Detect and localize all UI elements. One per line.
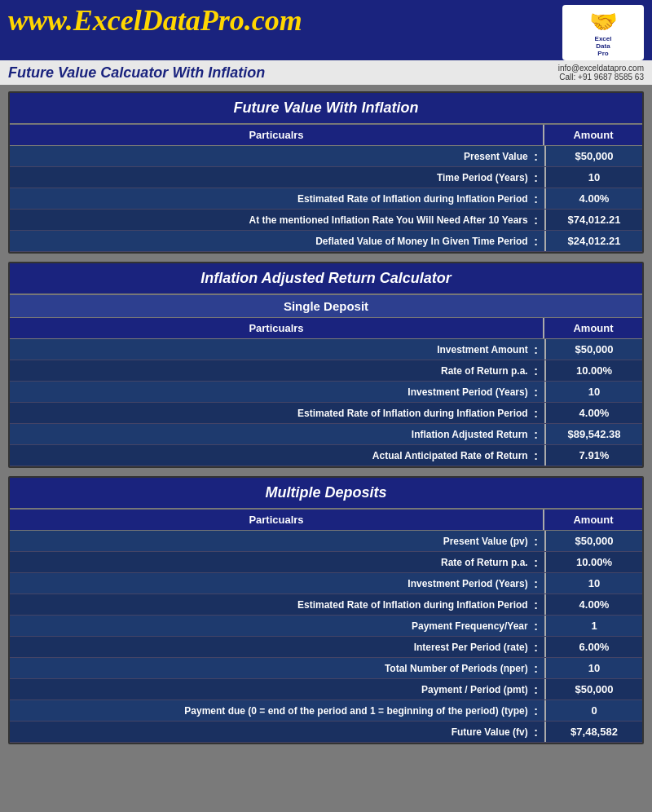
row-label-cell: Future Value (fv) : xyxy=(10,726,544,739)
row-value: $89,542.38 xyxy=(546,425,642,444)
site-title: www.ExcelDataPro.com xyxy=(8,5,302,60)
row-sep: : xyxy=(531,577,541,590)
table-row: Estimated Rate of Inflation during Infla… xyxy=(10,594,642,616)
table-row: Investment Amount : $50,000 xyxy=(10,339,642,360)
table-row: Investment Period (Years) : 10 xyxy=(10,573,642,594)
row-sep: : xyxy=(531,620,541,633)
row-sep: : xyxy=(531,726,541,739)
row-label-cell: Total Number of Periods (nper) : xyxy=(10,662,544,675)
row-value: 10 xyxy=(546,574,642,593)
handshake-icon: 🤝 xyxy=(589,8,618,35)
section-multiple-deposits: Multiple Deposits Particualrs Amount Pre… xyxy=(8,476,644,744)
row-sep: : xyxy=(531,641,541,654)
row-label: At the mentioned Inflation Rate You Will… xyxy=(249,214,528,226)
row-label: Rate of Return p.a. xyxy=(441,365,528,377)
row-label-cell: Payment / Period (pmt) : xyxy=(10,683,544,696)
row-value: 1 xyxy=(546,616,642,635)
row-label-cell: Payment due (0 = end of the period and 1… xyxy=(10,704,544,717)
row-sep: : xyxy=(531,704,541,717)
row-label-cell: Estimated Rate of Inflation during Infla… xyxy=(10,192,544,205)
table-row: Future Value (fv) : $7,48,582 xyxy=(10,722,642,743)
section2-title: Inflation Adjusted Return Calculator xyxy=(10,263,642,295)
table-row: Payment / Period (pmt) : $50,000 xyxy=(10,679,642,700)
section1-title: Future Value With Inflation xyxy=(10,93,642,125)
row-sep: : xyxy=(531,598,541,611)
section3-col-amount: Amount xyxy=(544,510,642,530)
section1-col-amount: Amount xyxy=(544,125,642,145)
row-label-cell: Actual Anticipated Rate of Return : xyxy=(10,449,544,462)
table-row: Total Number of Periods (nper) : 10 xyxy=(10,658,642,679)
row-value: 10 xyxy=(546,659,642,677)
section2-data-rows: Investment Amount : $50,000 Rate of Retu… xyxy=(10,339,642,466)
row-label-cell: Inflation Adjusted Return : xyxy=(10,428,544,441)
row-sep: : xyxy=(531,407,541,420)
table-row: Present Value : $50,000 xyxy=(10,146,642,167)
row-value: 10 xyxy=(546,168,642,187)
row-label: Inflation Adjusted Return xyxy=(412,429,528,440)
row-label-cell: At the mentioned Inflation Rate You Will… xyxy=(10,214,544,227)
row-value: 4.00% xyxy=(546,404,642,422)
section-inflation-adjusted: Inflation Adjusted Return Calculator Sin… xyxy=(8,262,644,468)
row-label-cell: Rate of Return p.a. : xyxy=(10,364,544,377)
section2-table-header: Particualrs Amount xyxy=(10,318,642,339)
row-label: Estimated Rate of Inflation during Infla… xyxy=(297,193,528,205)
row-label: Investment Period (Years) xyxy=(408,578,527,589)
row-sep: : xyxy=(531,556,541,569)
row-label: Estimated Rate of Inflation during Infla… xyxy=(297,599,528,611)
row-sep: : xyxy=(531,449,541,462)
table-row: Inflation Adjusted Return : $89,542.38 xyxy=(10,424,642,445)
row-value: 4.00% xyxy=(546,595,642,614)
contact-email: info@exceldatapro.com xyxy=(558,64,644,73)
table-row: Interest Per Period (rate) : 6.00% xyxy=(10,637,642,658)
table-row: Present Value (pv) : $50,000 xyxy=(10,531,642,552)
table-row: At the mentioned Inflation Rate You Will… xyxy=(10,210,642,231)
row-value: 6.00% xyxy=(546,638,642,656)
row-label: Actual Anticipated Rate of Return xyxy=(372,450,528,461)
row-label: Total Number of Periods (nper) xyxy=(385,663,528,674)
table-row: Investment Period (Years) : 10 xyxy=(10,382,642,403)
row-value: 7.91% xyxy=(546,446,642,465)
row-sep: : xyxy=(531,171,541,184)
row-sep: : xyxy=(531,192,541,205)
row-sep: : xyxy=(531,428,541,441)
row-label: Investment Period (Years) xyxy=(408,386,527,398)
row-value: $24,012.21 xyxy=(546,232,642,250)
row-label-cell: Present Value (pv) : xyxy=(10,535,544,548)
row-sep: : xyxy=(531,535,541,548)
table-row: Deflated Value of Money In Given Time Pe… xyxy=(10,231,642,252)
row-value: $50,000 xyxy=(546,147,642,165)
row-label-cell: Investment Amount : xyxy=(10,343,544,356)
row-label: Rate of Return p.a. xyxy=(441,557,528,568)
row-label: Deflated Value of Money In Given Time Pe… xyxy=(315,236,528,247)
row-value: $7,48,582 xyxy=(546,722,642,741)
row-label-cell: Investment Period (Years) : xyxy=(10,577,544,590)
row-label: Payment / Period (pmt) xyxy=(421,684,528,695)
row-label: Present Value xyxy=(464,151,528,162)
row-value: 10 xyxy=(546,382,642,401)
section3-col-label: Particualrs xyxy=(10,510,544,530)
section2-subtitle: Single Deposit xyxy=(10,295,642,318)
table-row: Estimated Rate of Inflation during Infla… xyxy=(10,403,642,424)
row-label: Future Value (fv) xyxy=(452,726,528,738)
row-sep: : xyxy=(531,386,541,399)
row-label: Estimated Rate of Inflation during Infla… xyxy=(297,408,528,419)
row-value: $50,000 xyxy=(546,680,642,699)
section1-col-label: Particualrs xyxy=(10,125,544,145)
row-label-cell: Payment Frequency/Year : xyxy=(10,620,544,633)
row-sep: : xyxy=(531,662,541,675)
row-label-cell: Deflated Value of Money In Given Time Pe… xyxy=(10,235,544,248)
row-sep: : xyxy=(531,235,541,248)
row-label-cell: Estimated Rate of Inflation during Infla… xyxy=(10,407,544,420)
row-label-cell: Investment Period (Years) : xyxy=(10,386,544,399)
row-label: Payment due (0 = end of the period and 1… xyxy=(184,705,527,717)
row-value: $50,000 xyxy=(546,532,642,550)
row-label: Investment Amount xyxy=(437,344,528,355)
row-value: 10.00% xyxy=(546,361,642,380)
subheader: Future Value Calcuator With Inflation in… xyxy=(0,60,652,85)
row-value: $74,012.21 xyxy=(546,210,642,229)
section1-table-header: Particualrs Amount xyxy=(10,125,642,146)
table-row: Time Period (Years) : 10 xyxy=(10,167,642,188)
row-sep: : xyxy=(531,214,541,227)
row-label: Payment Frequency/Year xyxy=(412,620,528,632)
row-label-cell: Time Period (Years) : xyxy=(10,171,544,184)
